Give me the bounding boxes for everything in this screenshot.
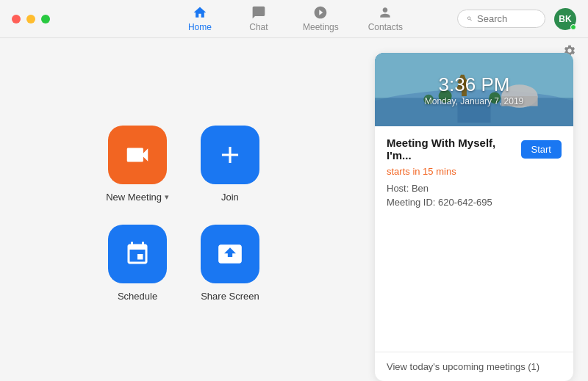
share-screen-button[interactable] (201, 225, 259, 283)
banner-time: 3:36 PM (439, 73, 510, 96)
meeting-status: starts in 15 mins (387, 166, 562, 177)
search-input[interactable] (477, 13, 536, 24)
traffic-lights (12, 15, 50, 23)
minimize-button[interactable] (26, 15, 35, 23)
nav-tabs: Home Chat Meetings Contacts (171, 2, 417, 35)
calendar-icon (124, 241, 151, 267)
host-label: Host: Ben (387, 183, 562, 194)
nav-right: BK (457, 8, 576, 30)
close-button[interactable] (12, 15, 21, 23)
view-upcoming-meetings[interactable]: View today's upcoming meetings (1) (375, 352, 573, 381)
schedule-item[interactable]: Schedule (106, 225, 169, 302)
main-content: New Meeting ▾ Join (0, 38, 588, 381)
share-screen-item[interactable]: Share Screen (198, 225, 262, 302)
titlebar: Home Chat Meetings Contacts (0, 0, 588, 38)
new-meeting-item[interactable]: New Meeting ▾ (106, 126, 169, 203)
right-panel: 3:36 PM Monday, January 7, 2019 Meeting … (368, 38, 588, 381)
left-panel: New Meeting ▾ Join (0, 38, 368, 381)
chat-icon (251, 5, 266, 20)
online-indicator (570, 24, 576, 30)
share-screen-label: Share Screen (201, 291, 259, 302)
meeting-card: 3:36 PM Monday, January 7, 2019 Meeting … (375, 53, 573, 381)
join-item[interactable]: Join (198, 126, 262, 203)
search-bar[interactable] (457, 10, 545, 28)
plus-icon (216, 141, 244, 169)
meeting-title: Meeting With Myself, I'm... (387, 137, 521, 162)
meeting-info: Meeting With Myself, I'm... Start starts… (375, 126, 573, 352)
meeting-title-row: Meeting With Myself, I'm... Start (387, 137, 562, 162)
share-screen-icon (216, 240, 244, 268)
maximize-button[interactable] (41, 15, 50, 23)
chevron-icon: ▾ (165, 192, 169, 202)
schedule-button[interactable] (108, 225, 167, 283)
action-grid: New Meeting ▾ Join (106, 126, 262, 302)
start-button[interactable]: Start (521, 140, 562, 159)
tab-chat[interactable]: Chat (229, 2, 288, 35)
contacts-icon (378, 5, 392, 20)
tab-home[interactable]: Home (171, 2, 229, 35)
avatar[interactable]: BK (554, 8, 576, 30)
home-icon (193, 5, 207, 20)
search-icon (467, 14, 473, 23)
meetings-icon (313, 5, 328, 20)
join-label: Join (221, 192, 239, 203)
schedule-label: Schedule (118, 291, 157, 302)
meeting-banner: 3:36 PM Monday, January 7, 2019 (375, 53, 573, 126)
tab-contacts[interactable]: Contacts (354, 2, 417, 35)
video-icon (123, 141, 151, 169)
tab-meetings[interactable]: Meetings (288, 2, 354, 35)
new-meeting-label: New Meeting ▾ (106, 192, 169, 203)
join-button[interactable] (201, 126, 259, 184)
meeting-id: Meeting ID: 620-642-695 (387, 197, 562, 208)
new-meeting-button[interactable] (108, 126, 167, 184)
banner-date: Monday, January 7, 2019 (425, 96, 524, 106)
